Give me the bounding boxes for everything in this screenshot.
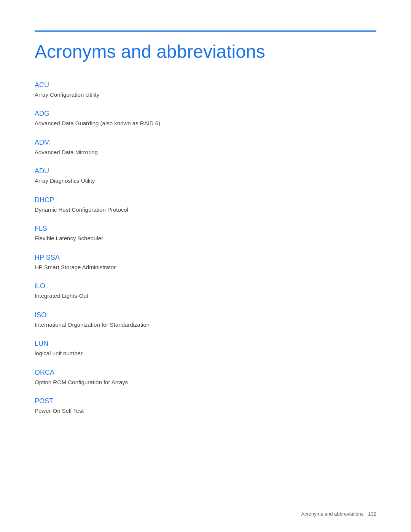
acronym-definition: Advanced Data Mirroring	[35, 148, 376, 157]
acronym-section: ADGAdvanced Data Guarding (also known as…	[35, 110, 376, 128]
acronym-term: DHCP	[35, 196, 376, 204]
acronym-section: ACUArray Configuration Utility	[35, 81, 376, 99]
acronym-term: ACU	[35, 81, 376, 89]
acronym-section: DHCPDynamic Host Configuration Protocol	[35, 196, 376, 214]
acronym-term: ISO	[35, 311, 376, 319]
acronym-section: ADUArray Diagnostics Utility	[35, 167, 376, 185]
top-rule	[35, 30, 376, 32]
acronym-term: ADG	[35, 110, 376, 118]
acronyms-list: ACUArray Configuration UtilityADGAdvance…	[35, 81, 376, 415]
acronym-definition: Dynamic Host Configuration Protocol	[35, 206, 376, 214]
page-container: Acronyms and abbreviations ACUArray Conf…	[0, 0, 411, 457]
acronym-term: HP SSA	[35, 254, 376, 262]
acronym-section: ADMAdvanced Data Mirroring	[35, 139, 376, 157]
acronym-definition: Array Diagnostics Utility	[35, 177, 376, 185]
acronym-section: FLSFlexible Latency Scheduler	[35, 225, 376, 243]
footer-page-number: 132	[368, 511, 376, 517]
acronym-definition: Array Configuration Utility	[35, 91, 376, 99]
page-footer: Acronyms and abbreviations 132	[301, 511, 376, 517]
acronym-term: FLS	[35, 225, 376, 233]
acronym-term: ADM	[35, 139, 376, 147]
acronym-definition: Advanced Data Guarding (also known as RA…	[35, 119, 376, 128]
acronym-term: ADU	[35, 167, 376, 175]
acronym-definition: HP Smart Storage Administrator	[35, 263, 376, 272]
acronym-definition: Power-On Self Test	[35, 407, 376, 415]
acronym-definition: logical unit number	[35, 349, 376, 358]
acronym-section: ORCAOption ROM Configuration for Arrays	[35, 369, 376, 387]
acronym-section: ISOInternational Organization for Standa…	[35, 311, 376, 329]
acronym-term: LUN	[35, 340, 376, 348]
acronym-term: POST	[35, 397, 376, 405]
footer-label: Acronyms and abbreviations	[301, 511, 363, 517]
acronym-section: POSTPower-On Self Test	[35, 397, 376, 415]
acronym-section: iLOIntegrated Lights-Out	[35, 282, 376, 300]
acronym-term: iLO	[35, 282, 376, 290]
page-title: Acronyms and abbreviations	[35, 41, 376, 63]
acronym-term: ORCA	[35, 369, 376, 377]
acronym-section: LUNlogical unit number	[35, 340, 376, 358]
acronym-definition: Flexible Latency Scheduler	[35, 234, 376, 243]
acronym-definition: Integrated Lights-Out	[35, 292, 376, 300]
acronym-definition: International Organization for Standardi…	[35, 321, 376, 329]
acronym-definition: Option ROM Configuration for Arrays	[35, 378, 376, 387]
acronym-section: HP SSAHP Smart Storage Administrator	[35, 254, 376, 272]
